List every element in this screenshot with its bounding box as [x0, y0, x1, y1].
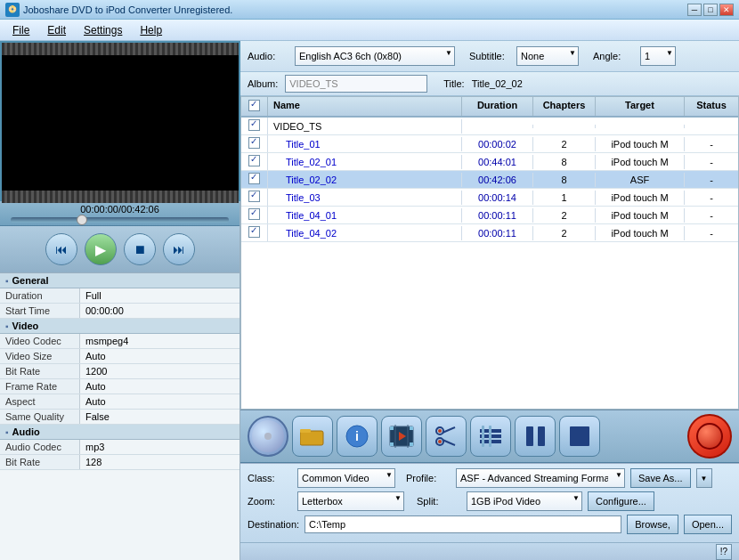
title-bar-buttons: ─ □ ✕: [687, 4, 734, 16]
prop-codec-value: msmpeg4: [80, 334, 134, 348]
configure-button[interactable]: Configure...: [588, 491, 654, 511]
info-icon: i: [345, 425, 369, 448]
prop-bitrate-row: Bit Rate 1200: [0, 364, 240, 379]
bc-row-class-profile: Class: Common Video Profile: ASF - Advan…: [248, 468, 732, 488]
save-as-button[interactable]: Save As...: [630, 468, 691, 488]
row-check[interactable]: [241, 207, 268, 223]
row-checkbox[interactable]: [248, 173, 260, 184]
prop-videosize-value: Auto: [80, 349, 111, 363]
pause-button[interactable]: [515, 416, 556, 457]
video-section-header[interactable]: ▪ Video: [0, 319, 240, 334]
split-select[interactable]: 1GB iPod Video: [467, 491, 582, 511]
next-button[interactable]: ⏭: [163, 233, 195, 265]
prop-samequality-value: False: [80, 410, 115, 424]
prop-videosize-row: Video Size Auto: [0, 349, 240, 364]
prop-audiocodec-row: Audio Codec mp3: [0, 440, 240, 455]
trim-button[interactable]: [426, 416, 467, 457]
table-row[interactable]: Title_01 00:00:02 2 iPod touch M -: [241, 135, 738, 153]
settings-button[interactable]: [470, 416, 511, 457]
header-duration: Duration: [462, 97, 533, 116]
row-target: iPod touch M: [596, 155, 685, 169]
class-select[interactable]: Common Video: [297, 468, 395, 488]
row-checkbox[interactable]: [248, 137, 260, 149]
subtitle-select-wrapper: None: [516, 46, 579, 66]
profile-dropdown-arrow[interactable]: ▼: [696, 468, 712, 488]
dvd-open-button[interactable]: [248, 416, 288, 457]
browse-button[interactable]: Browse,: [627, 515, 678, 534]
video-screen: [2, 55, 239, 191]
help-button[interactable]: !?: [716, 544, 732, 560]
scissors-icon: [434, 424, 459, 449]
profile-select-wrapper: ASF - Advanced Streaming Format: [456, 468, 625, 488]
stop-button[interactable]: ⏹: [124, 233, 156, 265]
destination-input[interactable]: [305, 515, 621, 533]
minimize-button[interactable]: ─: [687, 4, 702, 16]
collapse-icon: ▪: [5, 276, 9, 286]
menu-file[interactable]: File: [4, 22, 38, 38]
open-button[interactable]: Open...: [684, 515, 732, 534]
bottom-controls: Class: Common Video Profile: ASF - Advan…: [240, 463, 739, 542]
stop-convert-button[interactable]: [559, 416, 600, 457]
row-checkbox[interactable]: [248, 208, 260, 220]
table-row[interactable]: Title_04_02 00:00:11 2 iPod touch M -: [241, 224, 738, 242]
info-button[interactable]: i: [337, 416, 378, 457]
row-status: -: [685, 191, 738, 205]
left-panel: 00:00:00/00:42:06 ⏮ ▶ ⏹ ⏭ ▪ General Dura…: [0, 41, 240, 560]
table-row[interactable]: VIDEO_TS: [241, 118, 738, 135]
folder-button[interactable]: [292, 416, 333, 457]
audio-select[interactable]: English AC3 6ch (0x80): [295, 46, 455, 66]
close-button[interactable]: ✕: [719, 4, 734, 16]
album-input[interactable]: [285, 75, 427, 93]
toolbar-row: i: [240, 410, 739, 463]
header-checkbox[interactable]: [248, 100, 260, 111]
zoom-select[interactable]: Letterbox: [297, 491, 404, 511]
table-row[interactable]: Title_03 00:00:14 1 iPod touch M -: [241, 189, 738, 207]
file-list-header: Name Duration Chapters Target Status: [241, 97, 738, 118]
prop-audiobitrate-value: 128: [80, 455, 107, 469]
app-icon: 📀: [5, 3, 20, 17]
row-checkbox[interactable]: [248, 155, 260, 166]
row-chapters: [533, 125, 596, 128]
menu-help[interactable]: Help: [131, 22, 171, 38]
row-check[interactable]: [241, 153, 268, 170]
row-duration: [462, 125, 533, 128]
time-slider-thumb[interactable]: [77, 215, 87, 225]
row-check[interactable]: [241, 171, 268, 188]
angle-select-wrapper: 1: [640, 46, 676, 66]
svg-rect-22: [489, 426, 491, 447]
convert-button[interactable]: [687, 414, 732, 459]
prop-aspect-row: Aspect Auto: [0, 394, 240, 410]
time-slider[interactable]: [11, 217, 229, 223]
destination-label: Destination:: [248, 519, 299, 530]
profile-select[interactable]: ASF - Advanced Streaming Format: [456, 468, 625, 488]
row-checkbox[interactable]: [248, 226, 260, 238]
table-row[interactable]: Title_02_02 00:42:06 8 ASF -: [241, 171, 738, 189]
table-row[interactable]: Title_02_01 00:44:01 8 iPod touch M -: [241, 153, 738, 171]
table-row[interactable]: Title_04_01 00:00:11 2 iPod touch M -: [241, 207, 738, 224]
row-target: [596, 125, 685, 128]
subtitle-select[interactable]: None: [516, 46, 579, 66]
row-check[interactable]: [241, 189, 268, 206]
row-check[interactable]: [241, 135, 268, 152]
angle-select[interactable]: 1: [640, 46, 676, 66]
menu-settings[interactable]: Settings: [75, 22, 131, 38]
maximize-button[interactable]: □: [703, 4, 718, 16]
prop-bitrate-value: 1200: [80, 364, 112, 378]
row-checkbox[interactable]: [248, 119, 260, 131]
clip-button[interactable]: [381, 416, 422, 457]
prop-starttime-label: Start Time: [0, 304, 80, 318]
bc-row-destination: Destination: Browse, Open...: [248, 515, 732, 534]
row-checkbox[interactable]: [248, 191, 260, 202]
prop-duration-row: Duration Full: [0, 288, 240, 304]
play-button[interactable]: ▶: [85, 233, 117, 265]
audio-section-header[interactable]: ▪ Audio: [0, 425, 240, 440]
prop-samequality-row: Same Quality False: [0, 410, 240, 425]
row-check[interactable]: [241, 224, 268, 241]
row-check[interactable]: [241, 118, 268, 134]
prev-button[interactable]: ⏮: [45, 233, 77, 265]
menu-edit[interactable]: Edit: [38, 22, 75, 38]
general-section-header[interactable]: ▪ General: [0, 273, 240, 288]
row-name: VIDEO_TS: [268, 119, 462, 134]
prop-framerate-label: Frame Rate: [0, 379, 80, 394]
row-duration: 00:00:11: [462, 226, 533, 240]
